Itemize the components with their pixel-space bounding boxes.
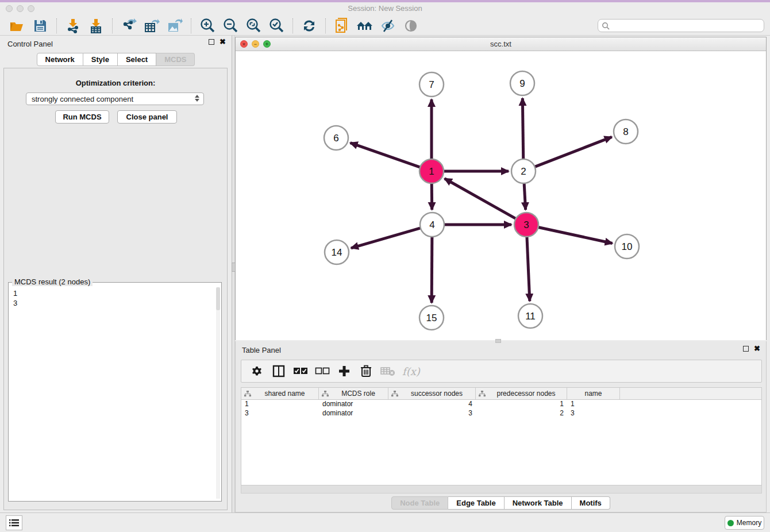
graph-edge-2-3[interactable]: [524, 183, 525, 210]
save-session-button[interactable]: [30, 17, 50, 34]
graph-node-11[interactable]: 11: [518, 304, 542, 328]
close-panel-icon[interactable]: ✖: [220, 39, 226, 45]
close-panel-button[interactable]: Close panel: [117, 110, 177, 124]
tab-network[interactable]: Network: [37, 53, 83, 66]
show-eye-button[interactable]: [401, 17, 421, 34]
deselect-all-columns-button[interactable]: [313, 363, 332, 380]
export-image-icon: [167, 18, 183, 33]
column-header-name[interactable]: name: [567, 388, 620, 399]
graph-node-15[interactable]: 15: [419, 306, 444, 330]
eye-slash-icon: [380, 18, 396, 33]
table-cell[interactable]: dominator: [319, 400, 388, 409]
zoom-in-button[interactable]: [198, 17, 217, 34]
float-table-panel-icon[interactable]: [743, 346, 749, 352]
graph-edge-2-9[interactable]: [522, 98, 523, 159]
import-table-button[interactable]: [86, 17, 106, 34]
table-cell[interactable]: 1: [241, 400, 319, 409]
graph-node-10[interactable]: 10: [615, 234, 639, 259]
graph-edge-4-15[interactable]: [432, 237, 432, 303]
network-graph[interactable]: 7968124314101511: [236, 51, 766, 340]
graph-edge-3-11[interactable]: [527, 237, 530, 301]
graph-edge-1-6[interactable]: [351, 143, 421, 167]
graph-edge-3-1[interactable]: [445, 179, 516, 219]
import-network-button[interactable]: [63, 17, 83, 34]
tab-mcds[interactable]: MCDS: [156, 53, 195, 66]
graph-node-6[interactable]: 6: [324, 126, 348, 150]
network-window-title: scc.txt: [236, 40, 766, 48]
graph-edge-2-8[interactable]: [535, 137, 612, 167]
table-cell[interactable]: 3: [241, 409, 319, 418]
result-scrollbar[interactable]: [216, 287, 220, 499]
open-file-button[interactable]: [7, 17, 27, 34]
select-all-columns-button[interactable]: [291, 363, 310, 380]
function-builder-button[interactable]: f(x): [402, 365, 420, 377]
memory-button[interactable]: Memory: [725, 516, 764, 530]
graph-node-3[interactable]: 3: [514, 213, 538, 237]
tab-node-table[interactable]: Node Table: [391, 496, 448, 510]
dropdown-stepper-icon: [195, 95, 199, 102]
graph-node-9[interactable]: 9: [510, 71, 534, 95]
control-panel-tabs: Network Style Select MCDS: [0, 53, 232, 66]
search-field[interactable]: [598, 19, 764, 32]
export-network-icon: [121, 18, 137, 33]
table-cell[interactable]: 4: [388, 400, 476, 409]
network-window-titlebar[interactable]: × − + scc.txt: [236, 37, 766, 51]
columns-icon: [272, 364, 286, 378]
network-document-button[interactable]: [332, 17, 352, 34]
zoom-selected-button[interactable]: [267, 17, 286, 34]
delete-column-button[interactable]: [356, 363, 376, 380]
zoom-out-button[interactable]: [221, 17, 240, 34]
node-table[interactable]: shared nameMCDS rolesuccessor nodesprede…: [241, 387, 762, 485]
home-networks-button[interactable]: [355, 17, 375, 34]
run-mcds-button[interactable]: Run MCDS: [55, 110, 109, 124]
close-table-panel-icon[interactable]: ✖: [754, 346, 760, 352]
network-document-icon: [334, 18, 349, 34]
mcds-result-text[interactable]: 1 3: [13, 288, 17, 308]
graph-node-14[interactable]: 14: [325, 240, 349, 264]
home-networks-icon: [356, 19, 374, 33]
main-toolbar: [0, 16, 770, 36]
table-cell[interactable]: 1: [476, 400, 567, 409]
delete-table-button[interactable]: [378, 363, 398, 380]
column-header-MCDS-role[interactable]: MCDS role: [319, 388, 388, 399]
column-header-shared-name[interactable]: shared name: [241, 388, 319, 399]
create-column-button[interactable]: [334, 363, 354, 380]
tab-network-table[interactable]: Network Table: [505, 496, 572, 510]
memory-status-icon: [727, 520, 734, 526]
table-cell[interactable]: 3: [567, 409, 620, 418]
graph-node-1[interactable]: 1: [419, 159, 444, 183]
export-network-button[interactable]: [119, 17, 138, 34]
network-canvas[interactable]: 7968124314101511: [236, 51, 766, 340]
column-header-predecessor-nodes[interactable]: predecessor nodes: [476, 388, 567, 399]
horizontal-splitter-grip[interactable]: [495, 339, 501, 343]
search-input[interactable]: [610, 22, 764, 30]
graph-edge-3-10[interactable]: [538, 227, 613, 243]
tab-edge-table[interactable]: Edge Table: [448, 496, 504, 510]
table-cell[interactable]: 1: [567, 400, 620, 409]
table-row[interactable]: 3dominator323: [241, 409, 761, 418]
refresh-button[interactable]: [299, 17, 319, 34]
table-row[interactable]: 1dominator411: [241, 400, 761, 409]
table-cell[interactable]: 3: [388, 409, 476, 418]
task-history-button[interactable]: [6, 515, 22, 530]
eye-icon: [403, 18, 419, 33]
graph-node-2[interactable]: 2: [511, 159, 536, 183]
zoom-fit-button[interactable]: [244, 17, 263, 34]
table-cell[interactable]: 2: [476, 409, 567, 418]
hide-selected-button[interactable]: [378, 17, 398, 34]
graph-node-7[interactable]: 7: [419, 72, 444, 97]
graph-node-4[interactable]: 4: [420, 213, 444, 237]
column-view-button[interactable]: [269, 363, 288, 380]
tab-style[interactable]: Style: [83, 53, 118, 66]
criterion-dropdown[interactable]: strongly connected component: [26, 92, 204, 105]
tab-select[interactable]: Select: [118, 53, 156, 66]
table-cell[interactable]: dominator: [319, 409, 388, 418]
export-table-button[interactable]: [142, 17, 161, 34]
export-image-button[interactable]: [165, 17, 184, 34]
graph-edge-4-14[interactable]: [351, 228, 421, 248]
tab-motifs[interactable]: Motifs: [572, 496, 610, 510]
table-settings-button[interactable]: [247, 363, 267, 380]
graph-node-8[interactable]: 8: [614, 119, 638, 144]
column-header-successor-nodes[interactable]: successor nodes: [388, 388, 476, 399]
float-panel-icon[interactable]: [209, 39, 214, 45]
